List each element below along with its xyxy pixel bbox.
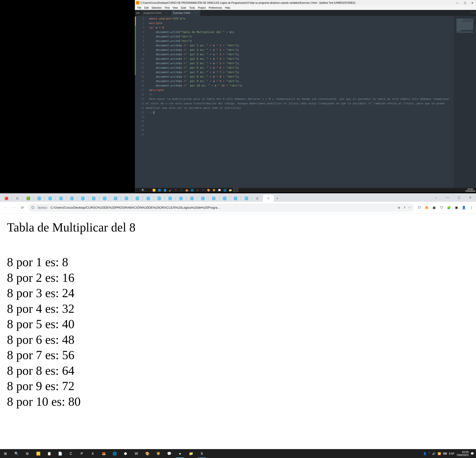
taskbar-app-icon[interactable]: 🔍 xyxy=(11,449,22,458)
utb-app-icon[interactable]: ● xyxy=(195,188,200,192)
taskbar-app-icon[interactable]: 💬 xyxy=(164,449,175,458)
utb-app-icon[interactable]: 📘 xyxy=(162,188,168,192)
extension-icon[interactable]: 👤 xyxy=(461,204,467,211)
menu-edit[interactable]: Edit xyxy=(143,6,150,9)
sublime-close-button[interactable]: ✕ xyxy=(469,0,476,5)
chrome-close-button[interactable]: ✕ xyxy=(465,194,476,201)
utb-app-icon[interactable]: 🧹 xyxy=(168,188,173,192)
tab-programa-8[interactable]: programa 8.html × xyxy=(141,10,171,16)
browser-tab[interactable]: 🌐 xyxy=(230,195,241,202)
tab-close-icon[interactable]: × xyxy=(165,11,168,14)
tab-overflow-controls[interactable]: ＋ ▾ xyxy=(470,10,476,16)
omnibox[interactable]: ⓘ Archivo C:/Users/Croco/Desktop/CURSO%2… xyxy=(28,203,414,212)
menu-preferences[interactable]: Preferences xyxy=(207,6,224,9)
extension-icon[interactable]: 🧩 xyxy=(446,204,452,211)
taskbar-app-icon[interactable]: W xyxy=(131,449,142,458)
tray-keyboard-icon[interactable]: ⌨ xyxy=(443,452,447,455)
site-info-icon[interactable]: ⓘ xyxy=(31,205,34,210)
browser-tab[interactable]: 🌐 xyxy=(176,195,186,202)
browser-tab[interactable]: 🌐 xyxy=(56,195,66,202)
sublime-minimize-button[interactable]: — xyxy=(454,0,461,5)
browser-tab[interactable]: 🌐 xyxy=(34,195,45,202)
utb-clock[interactable]: 19:59 7/04/2023 xyxy=(465,188,476,192)
browser-tab[interactable]: 🌐 xyxy=(110,195,121,202)
taskbar-app-icon[interactable]: 🦊 xyxy=(98,449,109,458)
extension-icon[interactable]: 🛡 xyxy=(416,204,422,211)
taskbar-clock[interactable]: 19:59 7/04/2023 xyxy=(456,451,469,457)
taskbar-app-icon[interactable]: X xyxy=(87,449,98,458)
tab-dropdown-button[interactable]: ⌄ xyxy=(430,194,442,201)
browser-tab[interactable]: 🌐 xyxy=(165,195,176,202)
minimap[interactable] xyxy=(454,16,476,188)
extension-icon[interactable]: ▦ xyxy=(431,204,437,211)
bookmark-star-icon[interactable]: ☆ xyxy=(408,206,411,209)
utb-taskview-icon[interactable]: ⧉ xyxy=(146,188,151,192)
tab-close-icon[interactable]: × xyxy=(195,11,198,14)
utb-start-icon[interactable]: ⊞ xyxy=(135,188,140,192)
browser-tab[interactable]: 🔴 xyxy=(1,195,12,202)
tray-people-icon[interactable]: 👤 xyxy=(423,452,427,455)
tray-language[interactable]: ESP xyxy=(449,452,454,455)
utb-app-icon[interactable]: X xyxy=(178,188,184,192)
menu-view[interactable]: View xyxy=(171,6,179,9)
utb-app-icon[interactable]: 🦁 xyxy=(211,188,217,192)
extension-icon[interactable]: ▣ xyxy=(453,204,460,211)
extension-icon[interactable]: 🔥 xyxy=(423,204,430,211)
tab-exercise-2[interactable]: Exercise 2.html × xyxy=(171,10,201,16)
browser-tab[interactable]: 🌐 xyxy=(77,195,88,202)
utb-app-icon[interactable]: 🟦 xyxy=(157,188,162,192)
taskbar-app-icon[interactable]: 🟨 xyxy=(33,449,44,458)
browser-tab[interactable]: G xyxy=(252,195,263,202)
browser-tab[interactable]: 🌐 xyxy=(132,195,143,202)
utb-explorer-icon[interactable]: 📁 xyxy=(228,188,233,192)
chrome-minimize-button[interactable]: — xyxy=(442,194,453,201)
menu-tools[interactable]: Tools xyxy=(188,6,196,9)
utb-chrome-icon[interactable]: 🌐 xyxy=(222,188,228,192)
taskbar-app-icon[interactable]: 📁 xyxy=(185,449,196,458)
tray-wifi-icon[interactable]: 📶 xyxy=(438,452,441,455)
tab-nav-arrows[interactable]: ◀ ▶ xyxy=(135,10,141,16)
taskbar-app-icon[interactable]: ⊞ xyxy=(0,449,11,458)
taskbar-app-icon[interactable]: S xyxy=(196,449,207,458)
utb-app-icon[interactable]: 💬 xyxy=(217,188,222,192)
browser-tab[interactable]: 🌐 xyxy=(219,195,230,202)
utb-app-icon[interactable]: W xyxy=(200,188,206,192)
browser-tab[interactable]: 🌐 xyxy=(186,195,197,202)
new-tab-button[interactable]: + xyxy=(274,195,281,202)
browser-tab[interactable]: 🌐 xyxy=(197,195,208,202)
menu-project[interactable]: Project xyxy=(197,6,207,9)
browser-tab[interactable]: 🌐 xyxy=(143,195,154,202)
browser-tab[interactable]: 🌐 xyxy=(88,195,99,202)
browser-tab[interactable]: 🌐 xyxy=(241,195,252,202)
zoom-icon[interactable]: ⊕ xyxy=(398,206,400,209)
utb-app-icon[interactable]: P xyxy=(173,188,178,192)
nav-forward-button[interactable]: → xyxy=(10,204,18,212)
browser-tab[interactable]: 🟩 xyxy=(23,195,34,202)
browser-tab[interactable]: 🌐 xyxy=(208,195,219,202)
browser-tab[interactable]: 🌐 xyxy=(99,195,110,202)
menu-selection[interactable]: Selection xyxy=(150,6,163,9)
menu-help[interactable]: Help xyxy=(224,6,232,9)
browser-tab[interactable]: 🌐 xyxy=(154,195,165,202)
menu-file[interactable]: File xyxy=(136,6,143,9)
tray-volume-icon[interactable]: 🔊 xyxy=(432,452,436,455)
utb-sublime-icon[interactable]: S xyxy=(233,188,238,192)
utb-app-icon[interactable]: 🎨 xyxy=(206,188,211,192)
nav-back-button[interactable]: ← xyxy=(1,204,9,212)
notification-icon[interactable]: 💬 xyxy=(471,452,474,455)
extension-icon[interactable]: 🛡 xyxy=(438,204,445,211)
utb-app-icon[interactable]: 🟨 xyxy=(151,188,157,192)
extension-icon[interactable]: ⋮ xyxy=(468,204,475,211)
taskbar-app-icon[interactable]: ⬢ xyxy=(120,449,131,458)
utb-app-icon[interactable]: 🦊 xyxy=(184,188,189,192)
browser-tab[interactable]: 🌐 xyxy=(121,195,132,202)
tab-close-icon[interactable]: ✕ xyxy=(267,197,269,200)
browser-tab[interactable]: 🌐 xyxy=(66,195,77,202)
taskbar-app-icon[interactable]: 🦁 xyxy=(153,449,164,458)
sublime-maximize-button[interactable]: ▢ xyxy=(461,0,469,5)
code-editor-area[interactable]: <meta charset="UTF-8"> <script> var x = … xyxy=(146,16,454,188)
browser-tab[interactable]: G xyxy=(12,195,23,202)
menu-goto[interactable]: Goto xyxy=(179,6,188,9)
utb-search-icon[interactable]: 🔍 xyxy=(140,188,146,192)
browser-tab-active[interactable]: ✕ xyxy=(263,195,274,202)
